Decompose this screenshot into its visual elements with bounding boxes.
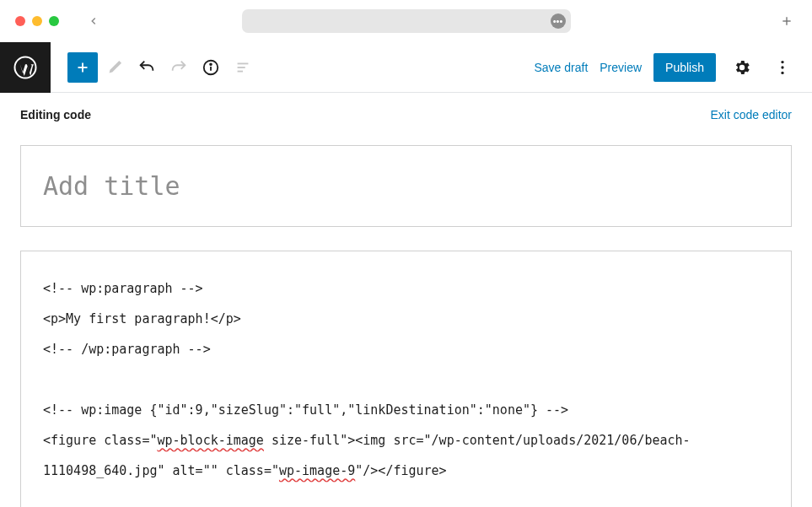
info-button[interactable] [196,52,226,83]
svg-point-7 [210,63,212,65]
publish-button[interactable]: Publish [653,53,716,82]
window-titlebar: ••• [0,0,812,42]
editor-actions: Save draft Preview Publish [534,53,812,82]
preview-button[interactable]: Preview [600,61,642,74]
svg-point-11 [781,60,783,62]
outline-button[interactable] [228,52,258,83]
editor-tools [51,52,258,83]
code-line: <!-- wp:paragraph --> [43,281,203,296]
code-line: <!-- /wp:paragraph --> [43,342,211,357]
code-line: <p>My first paragraph!</p> [43,311,241,326]
address-bar[interactable]: ••• [242,9,571,33]
minimize-window-button[interactable] [32,16,42,26]
redo-button[interactable] [164,52,194,83]
maximize-window-button[interactable] [49,16,59,26]
svg-point-12 [781,66,783,68]
svg-point-13 [781,71,783,73]
more-options-button[interactable] [768,53,797,82]
edit-tool-button[interactable] [99,52,130,83]
editing-code-label: Editing code [20,108,91,121]
site-info-icon[interactable]: ••• [551,13,566,29]
wordpress-logo[interactable] [0,42,51,93]
traffic-lights [15,16,59,26]
add-block-button[interactable] [67,52,98,83]
undo-button[interactable] [132,52,162,83]
code-textarea[interactable]: <!-- wp:paragraph --> <p>My first paragr… [20,251,792,507]
code-line: <figure class=" [43,433,157,448]
settings-button[interactable] [728,53,756,82]
back-button[interactable] [88,15,99,27]
new-tab-button[interactable] [780,14,793,28]
code-line: <!-- wp:image {"id":9,"sizeSlug":"full",… [43,402,568,418]
save-draft-button[interactable]: Save draft [534,61,588,74]
editor-body: <!-- wp:paragraph --> <p>My first paragr… [0,130,812,507]
code-line: "/></figure> [355,463,446,478]
close-window-button[interactable] [15,16,25,26]
spellcheck-underline: wp-image-9 [279,463,355,478]
editor-toolbar: Save draft Preview Publish [0,42,812,93]
code-editor-header: Editing code Exit code editor [0,93,812,130]
spellcheck-underline: wp-block-image [157,433,263,448]
exit-code-editor-link[interactable]: Exit code editor [711,108,793,121]
post-title-input[interactable] [20,145,792,227]
